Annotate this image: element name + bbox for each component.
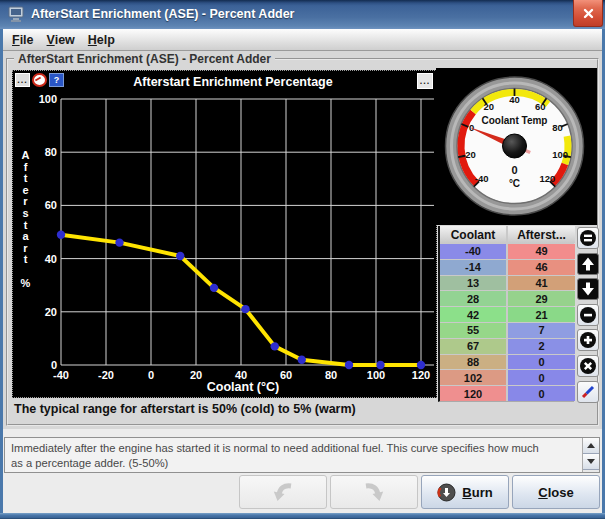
y-tick-label: 20 [45,306,57,318]
help-icon[interactable]: ? [49,73,64,87]
table-cell-afterstart[interactable]: 29 [508,291,575,306]
table-cell-afterstart[interactable]: 7 [508,323,575,338]
curve-data-table: CoolantAfterst...-4049-14461341282942215… [438,226,574,402]
coolant-gauge-panel[interactable]: -40-20020406080100120Coolant Temp0°C [436,68,597,225]
move-down-button[interactable] [577,278,599,300]
detach-window-icon[interactable]: ... [417,73,433,89]
gauge-units: °C [509,178,520,189]
dialog-content: AfterStart Enrichment (ASE) - Percent Ad… [3,51,602,513]
title-bar[interactable]: AfterStart Enrichment (ASE) - Percent Ad… [0,0,605,29]
y-tick-label: 40 [45,253,57,265]
burn-label: Burn [462,485,492,500]
coolant-gauge: -40-20020406080100120Coolant Temp0°C [436,68,597,225]
x-tick-label: 20 [190,369,202,381]
table-cell-coolant[interactable]: 102 [440,370,506,385]
gauge-tick-label: 80 [552,122,563,133]
curve-point[interactable] [57,230,65,238]
minus-icon [579,306,597,324]
curve-point[interactable] [417,361,425,369]
window-bottom-border [0,513,605,519]
gauge-tick-label: 0 [469,122,474,133]
gauge-value: 0 [511,164,517,176]
table-cell-afterstart[interactable]: 0 [508,386,575,401]
close-button[interactable]: Close [512,475,600,509]
curve-point[interactable] [241,305,249,313]
table-cell-coolant[interactable]: -40 [440,244,506,259]
table-cell-afterstart[interactable]: 0 [508,355,575,370]
close-icon [583,8,594,19]
table-cell-coolant[interactable]: 28 [440,291,506,306]
equals-button[interactable] [577,227,599,249]
pencil-icon [580,384,596,400]
gauge-tick-label: 100 [552,149,568,160]
table-cell-coolant[interactable]: 67 [440,339,506,354]
curve-point[interactable] [345,361,353,369]
table-header-coolant[interactable]: Coolant [440,226,506,243]
show-gauge-icon[interactable] [32,73,47,87]
redo-button[interactable] [330,475,418,509]
cross-icon [579,357,597,375]
undo-icon [269,479,297,505]
curve-chart[interactable]: -40-20020406080100120020406080100Afterst… [13,71,436,397]
table-header-afterstart[interactable]: Afterst... [508,226,575,243]
range-note: The typical range for afterstart is 50% … [14,402,356,416]
curve-point[interactable] [271,342,279,350]
table-cell-afterstart[interactable]: 49 [508,244,575,259]
plus-icon [579,331,597,349]
table-cell-coolant[interactable]: 55 [440,323,506,338]
table-cell-afterstart[interactable]: 21 [508,307,575,322]
edit-button[interactable] [577,381,599,403]
curve-point[interactable] [176,252,184,260]
show-table-icon[interactable]: ... [15,73,30,87]
close-label: Close [538,485,573,500]
increment-button[interactable] [577,329,599,351]
table-cell-coolant[interactable]: 88 [440,355,506,370]
chart-title: Afterstart Enrichment Percentage [133,75,332,89]
gauge-tick-label: 60 [535,101,546,112]
table-cell-afterstart[interactable]: 46 [508,260,575,275]
table-cell-coolant[interactable]: -14 [440,260,506,275]
curve-point[interactable] [298,355,306,363]
menu-view[interactable]: View [47,33,75,47]
curve-point[interactable] [115,238,123,246]
delete-button[interactable] [577,355,599,377]
gauge-tick-label: -20 [462,149,476,160]
gauge-tick-label: 120 [539,173,555,184]
scroll-up-icon [587,443,595,448]
scroll-down-icon [587,459,595,464]
table-cell-coolant[interactable]: 13 [440,276,506,291]
window-title: AfterStart Enrichment (ASE) - Percent Ad… [31,0,294,28]
scroll-down-button[interactable] [583,454,599,470]
chart-x-axis-label: Coolant (°C) [207,380,279,394]
table-cell-coolant[interactable]: 120 [440,386,506,401]
close-window-button[interactable] [573,0,603,27]
gauge-tick-label: 20 [483,101,494,112]
table-cell-coolant[interactable]: 42 [440,307,506,322]
x-tick-label: 120 [412,369,430,381]
decrement-button[interactable] [577,304,599,326]
move-up-button[interactable] [577,253,599,275]
gauge-tick-label: 40 [509,94,520,105]
curve-point[interactable] [376,361,384,369]
table-cell-afterstart[interactable]: 41 [508,276,575,291]
curve-point[interactable] [210,284,218,292]
y-tick-label: 60 [45,199,57,211]
table-cell-afterstart[interactable]: 2 [508,339,575,354]
description-scrollbar[interactable] [582,438,599,472]
burn-button[interactable]: Burn [421,475,509,509]
gauge-hub [503,134,527,158]
menu-file[interactable]: File [12,33,34,47]
x-tick-label: 60 [280,369,292,381]
menu-help[interactable]: Help [88,33,115,47]
y-tick-label: 100 [39,93,57,105]
burn-icon [437,483,456,502]
undo-button[interactable] [239,475,327,509]
gauge-tick-label: -40 [475,173,489,184]
description-text: Immediately after the engine has started… [11,441,589,471]
equals-icon [579,229,597,247]
scroll-up-button[interactable] [583,438,599,454]
x-tick-label: 40 [235,369,247,381]
curve-chart-panel[interactable]: ... ? ... -40-20020406080100120020406080… [12,70,437,398]
gauge-title: Coolant Temp [482,115,548,126]
table-cell-afterstart[interactable]: 0 [508,370,575,385]
